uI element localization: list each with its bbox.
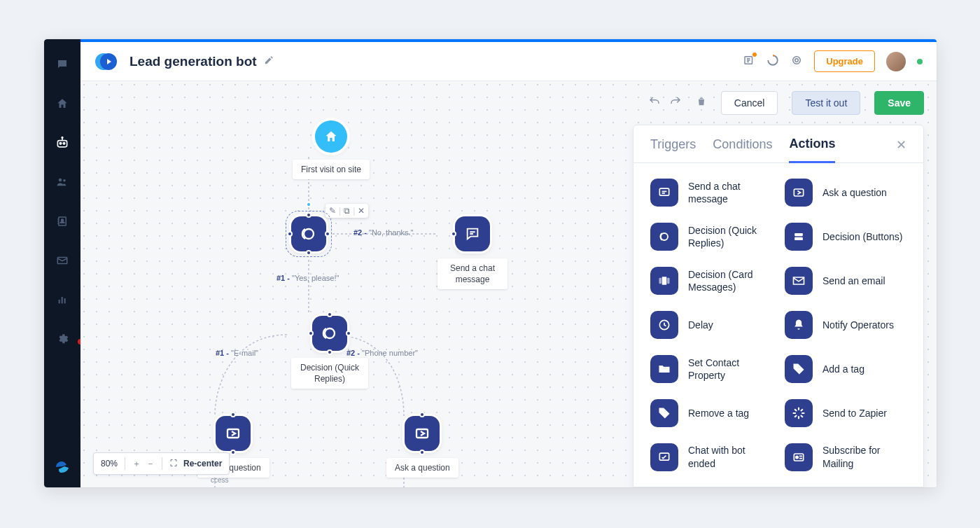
node-start-label: First visit on site bbox=[293, 160, 370, 179]
copy-icon[interactable]: ⧉ bbox=[344, 206, 350, 216]
zoom-out-icon[interactable]: － bbox=[146, 458, 155, 470]
progress-icon[interactable] bbox=[766, 54, 779, 69]
action-delay[interactable]: Delay bbox=[650, 310, 772, 341]
mailing-icon bbox=[785, 443, 813, 471]
action-add-tag[interactable]: Add a tag bbox=[785, 353, 906, 384]
svg-point-16 bbox=[795, 58, 799, 62]
close-icon[interactable]: ✕ bbox=[358, 206, 365, 216]
svg-point-19 bbox=[325, 328, 335, 338]
ask-question-icon bbox=[216, 416, 251, 451]
decision-card-icon bbox=[650, 267, 678, 295]
node-ask-right[interactable]: Ask a question bbox=[386, 416, 458, 478]
upgrade-button[interactable]: Upgrade bbox=[814, 50, 875, 72]
edge-label-yes-please: #1 - "Yes, please!" bbox=[276, 274, 339, 282]
action-decision-buttons[interactable]: Decision (Buttons) bbox=[785, 221, 906, 253]
edit-title-icon[interactable] bbox=[264, 55, 274, 68]
rail-chat-icon[interactable] bbox=[48, 50, 76, 78]
action-send-email[interactable]: Send an email bbox=[785, 265, 906, 297]
ask-question-icon bbox=[785, 179, 813, 207]
tab-conditions[interactable]: Conditions bbox=[713, 137, 772, 162]
chat-ended-icon bbox=[650, 443, 678, 471]
edge-label-phone: #2 - "Phone number" bbox=[346, 349, 418, 357]
bell-icon bbox=[785, 311, 813, 339]
svg-point-2 bbox=[63, 143, 65, 145]
svg-rect-11 bbox=[64, 298, 66, 303]
tab-triggers[interactable]: Triggers bbox=[650, 137, 696, 162]
node-start[interactable]: First visit on site bbox=[293, 120, 370, 179]
node-mini-toolbar: ✎ | ⧉ | ✕ bbox=[326, 204, 368, 218]
action-send-chat-message[interactable]: Send a chat message bbox=[650, 177, 772, 209]
bot-title: Lead generation bot bbox=[130, 54, 257, 69]
rail-settings-icon[interactable] bbox=[48, 325, 76, 353]
zoom-value: 80% bbox=[101, 459, 118, 468]
action-decision-card[interactable]: Decision (Card Messages) bbox=[650, 265, 772, 297]
svg-point-33 bbox=[796, 456, 798, 458]
node-chat-message[interactable]: Send a chat message bbox=[438, 216, 507, 289]
rail-mail-icon[interactable] bbox=[48, 246, 76, 275]
cropped-label: ccess bbox=[211, 476, 229, 484]
panel-close-icon[interactable]: ✕ bbox=[896, 137, 906, 162]
home-icon bbox=[315, 120, 347, 153]
decision-quick-replies-icon bbox=[291, 216, 326, 251]
svg-point-17 bbox=[793, 56, 801, 64]
svg-point-4 bbox=[59, 179, 62, 182]
svg-rect-9 bbox=[59, 300, 60, 303]
action-set-contact[interactable]: Set Contact Property bbox=[650, 353, 772, 384]
svg-point-5 bbox=[63, 179, 65, 181]
node-decision-1[interactable] bbox=[291, 216, 326, 251]
rail-brand-icon[interactable] bbox=[54, 458, 71, 478]
flow-canvas[interactable]: Cancel Test it out Save bbox=[80, 81, 937, 487]
clock-icon bbox=[650, 311, 678, 339]
decision-quick-replies-icon bbox=[650, 223, 678, 251]
actions-panel: Triggers Conditions Actions ✕ Send a cha… bbox=[633, 125, 924, 487]
svg-rect-26 bbox=[794, 237, 803, 240]
svg-point-7 bbox=[62, 219, 64, 221]
action-chat-ended[interactable]: Chat with bot ended bbox=[650, 441, 772, 473]
recenter-label[interactable]: Re-center bbox=[183, 459, 222, 468]
svg-point-18 bbox=[304, 229, 314, 239]
action-decision-quick[interactable]: Decision (Quick Replies) bbox=[650, 221, 772, 253]
rail-analytics-icon[interactable] bbox=[48, 286, 76, 314]
tab-actions[interactable]: Actions bbox=[789, 137, 835, 163]
recenter-icon[interactable] bbox=[169, 459, 178, 469]
svg-rect-28 bbox=[659, 278, 662, 284]
zoom-controls: 80% ＋ － Re-center bbox=[93, 452, 230, 475]
tag-remove-icon bbox=[650, 399, 678, 427]
connector-dot bbox=[306, 202, 312, 207]
rail-contacts-icon[interactable] bbox=[48, 207, 76, 235]
zoom-in-icon[interactable]: ＋ bbox=[132, 458, 141, 470]
decision-buttons-icon bbox=[785, 223, 813, 251]
svg-rect-10 bbox=[62, 297, 63, 303]
svg-rect-20 bbox=[227, 429, 239, 438]
action-notify-operators[interactable]: Notify Operators bbox=[785, 310, 906, 341]
node-chat-message-label: Send a chat message bbox=[438, 258, 507, 289]
workspace: Lead generation bot Upgrade bbox=[80, 39, 937, 487]
status-online-dot bbox=[917, 59, 923, 64]
svg-rect-21 bbox=[416, 429, 428, 438]
svg-point-3 bbox=[62, 137, 63, 139]
node-ask-right-label: Ask a question bbox=[386, 458, 458, 478]
rail-people-icon[interactable] bbox=[48, 168, 76, 196]
radar-icon[interactable] bbox=[790, 54, 803, 69]
node-decision-2-label: Decision (Quick Replies) bbox=[291, 358, 368, 389]
tag-icon bbox=[785, 355, 813, 383]
rail-bot-icon[interactable] bbox=[48, 129, 76, 157]
decision-quick-replies-icon bbox=[312, 316, 347, 351]
user-avatar[interactable] bbox=[886, 52, 906, 71]
svg-point-1 bbox=[59, 143, 62, 145]
svg-rect-25 bbox=[794, 233, 803, 236]
svg-rect-23 bbox=[794, 189, 803, 196]
app-logo bbox=[94, 50, 118, 74]
action-ask-question[interactable]: Ask a question bbox=[785, 177, 906, 209]
action-send-zapier[interactable]: Send to Zapier bbox=[785, 397, 906, 429]
edge-label-email: #1 - "E-mail" bbox=[216, 349, 258, 357]
news-icon[interactable] bbox=[743, 54, 755, 69]
zapier-icon bbox=[785, 399, 813, 427]
rail-home-icon[interactable] bbox=[48, 90, 76, 118]
action-remove-tag[interactable]: Remove a tag bbox=[650, 397, 772, 429]
topbar: Lead generation bot Upgrade bbox=[80, 42, 937, 81]
edit-icon[interactable]: ✎ bbox=[329, 206, 336, 216]
action-subscribe-mailing[interactable]: Subscribe for Mailing bbox=[785, 441, 906, 473]
ask-question-icon bbox=[405, 416, 440, 451]
svg-rect-0 bbox=[57, 141, 66, 147]
